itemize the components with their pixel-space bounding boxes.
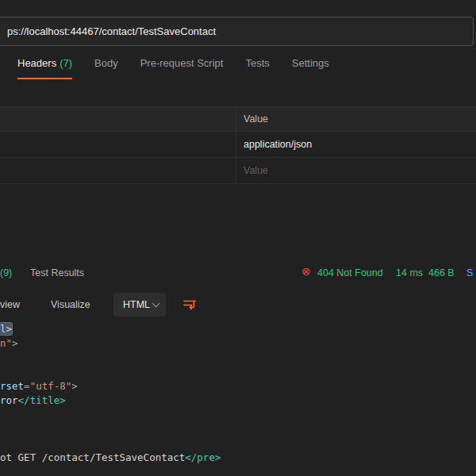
- tab-body[interactable]: Body: [94, 57, 118, 79]
- wrap-lines-icon: [183, 299, 196, 310]
- code-line: ot GET /contact/TestSaveContact</pre>: [0, 451, 476, 465]
- tab-headers[interactable]: Headers(7): [17, 57, 72, 79]
- headers-table-header-row: Value: [0, 106, 476, 132]
- tab-body-label: Body: [94, 57, 118, 69]
- api-client-window: ps://localhost:44467/contact/TestSaveCon…: [0, 0, 476, 476]
- tab-preview[interactable]: view: [0, 299, 20, 310]
- tab-tests[interactable]: Tests: [245, 57, 269, 79]
- tab-settings[interactable]: Settings: [292, 57, 329, 79]
- code-line: ror</title>: [0, 393, 476, 408]
- table-row: application/json: [0, 132, 476, 158]
- code-line: [0, 422, 476, 436]
- code-line: [0, 365, 476, 379]
- tab-headers-count: (7): [60, 57, 72, 69]
- code-line: rset="utf-8">: [0, 379, 476, 393]
- code-line: [0, 436, 476, 451]
- code-line: n">: [0, 336, 476, 351]
- response-status: 404 Not Found: [317, 267, 383, 278]
- url-input[interactable]: ps://localhost:44467/contact/TestSaveCon…: [0, 17, 474, 46]
- headers-table: Value application/json Value: [0, 106, 476, 184]
- key-cell[interactable]: [0, 158, 236, 183]
- format-select[interactable]: HTML: [113, 293, 166, 317]
- tab-visualize[interactable]: Visualize: [51, 299, 90, 310]
- key-column-header: [0, 107, 236, 131]
- tab-prerequest-label: Pre-request Script: [140, 57, 224, 69]
- value-cell-placeholder[interactable]: Value: [236, 165, 268, 176]
- tab-tests-label: Tests: [245, 57, 269, 69]
- wrap-lines-button[interactable]: [178, 293, 202, 317]
- code-line: [0, 408, 476, 422]
- code-line: l>: [0, 322, 476, 336]
- table-row: Value: [0, 158, 476, 184]
- code-editor[interactable]: l>n">rset="utf-8">ror</title>ot GET /con…: [0, 322, 476, 465]
- error-status-icon: ⊗: [301, 266, 311, 277]
- url-value: ps://localhost:44467/contact/TestSaveCon…: [0, 25, 216, 37]
- response-size: 466 B: [428, 267, 455, 278]
- response-headers-count[interactable]: (9): [0, 267, 12, 278]
- save-response-button[interactable]: S: [466, 267, 476, 278]
- key-cell[interactable]: [0, 132, 236, 157]
- chevron-down-icon: [152, 300, 160, 308]
- value-column-header: Value: [236, 113, 268, 125]
- response-time: 14 ms: [396, 267, 423, 278]
- tab-settings-label: Settings: [292, 57, 329, 69]
- response-meta-bar: (9) Test Results ⊗ 404 Not Found 14 ms 4…: [0, 263, 476, 283]
- format-select-value: HTML: [123, 299, 150, 310]
- value-cell[interactable]: application/json: [236, 139, 312, 150]
- code-line: [0, 351, 476, 365]
- tab-test-results[interactable]: Test Results: [30, 267, 84, 278]
- request-tabs: Headers(7) Body Pre-request Script Tests…: [17, 57, 329, 79]
- tab-headers-label: Headers: [17, 57, 56, 69]
- response-toolbar: view Visualize HTML: [0, 292, 476, 317]
- tab-prerequest-script[interactable]: Pre-request Script: [140, 57, 224, 79]
